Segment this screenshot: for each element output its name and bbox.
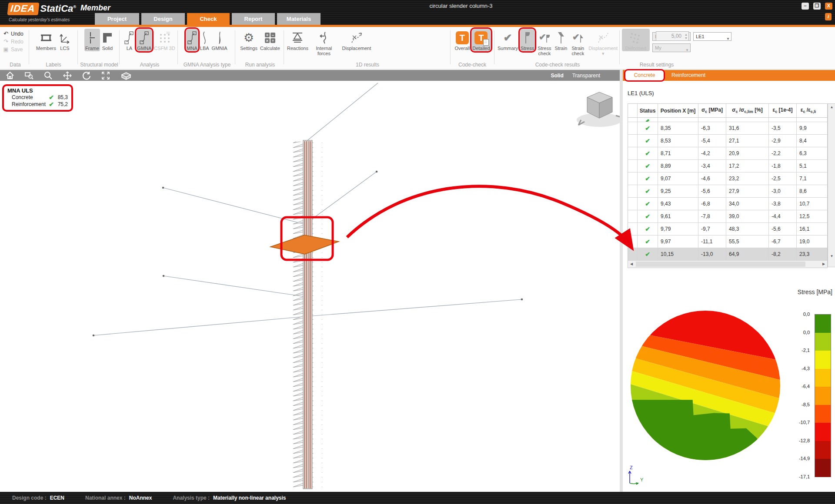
scroll-left-icon[interactable]: ◀	[628, 261, 635, 268]
results-table-body: ✔ 8,35 -6,3 31,6 -3,5 9,9 ✔ 8,53 -5,4 27…	[628, 122, 827, 261]
stress-check-button[interactable]: ✔ Stress check	[536, 29, 553, 56]
deformed-button[interactable]: Deformed	[622, 29, 650, 51]
close-button[interactable]: X	[825, 3, 832, 10]
tab-design[interactable]: Design	[141, 13, 185, 25]
frame-button[interactable]: Frame	[84, 29, 100, 51]
scroll-up-icon[interactable]: ▲	[828, 104, 835, 111]
status-check-icon: ✔	[645, 225, 650, 232]
tagline: Calculate yesterday's estimates	[9, 17, 70, 22]
displacement-disabled-icon	[597, 30, 610, 46]
table-row[interactable]: ✔ 8,89 -3,4 17,2 -1,8 5,1	[628, 160, 827, 172]
displacement-result-button[interactable]: Displacement ▾	[588, 29, 618, 56]
gmna-button[interactable]: GMNA	[136, 29, 152, 51]
table-row[interactable]: ✔ 8,53 -5,4 27,1 -2,9 8,4	[628, 135, 827, 147]
table-vscrollbar[interactable]: ▲ ▼	[828, 103, 835, 267]
tab-project[interactable]: Project	[95, 13, 139, 25]
z-axis-label: Z	[630, 465, 633, 470]
eps-ratio-value: 6,3	[797, 147, 820, 159]
tab-materials[interactable]: Materials	[277, 13, 321, 25]
table-row[interactable]: ✔ 9,43 -6,8 34,0 -3,8 10,7	[628, 198, 827, 210]
tab-check[interactable]: Check	[187, 13, 230, 25]
table-row-partial[interactable]	[628, 118, 827, 122]
gmna-icon	[139, 30, 150, 46]
load-case-subtitle: LE1 (ULS)	[628, 90, 654, 96]
table-row[interactable]: ✔ 9,07 -4,6 23,2 -2,5 7,1	[628, 172, 827, 185]
table-row[interactable]: ✔ 8,35 -6,3 31,6 -3,5 9,9	[628, 122, 827, 135]
tab-concrete-results[interactable]: Concrete	[625, 70, 664, 80]
overall-icon: T	[456, 30, 469, 46]
sigma-value: -13,0	[698, 248, 726, 260]
mna-button[interactable]: MNA	[186, 29, 198, 51]
view-mode-transparent[interactable]: Transparent	[572, 73, 600, 79]
zoom-fit-icon[interactable]	[101, 71, 110, 80]
sigma-ratio-value: 27,9	[726, 185, 769, 197]
lba-button[interactable]: LBA	[199, 29, 210, 51]
navigation-cube[interactable]	[577, 92, 620, 127]
tab-reinforcement-results[interactable]: Reinforcement	[671, 70, 705, 81]
y-axis-label: Y	[640, 477, 643, 482]
detailed-icon: T––––	[474, 30, 488, 46]
internal-forces-button[interactable]: Internal forces	[310, 29, 338, 56]
eps-value: -2,9	[769, 135, 797, 147]
gmnia-button[interactable]: GMNIA	[211, 29, 228, 51]
rotate-icon[interactable]	[82, 71, 91, 80]
reactions-button[interactable]: Reactions	[286, 29, 309, 51]
sigma-ratio-value: 39,0	[726, 210, 769, 222]
model-viewport[interactable]: MNA ULS Concrete ✔ 85,3 Reinforcement ✔ …	[0, 81, 620, 492]
lcs-button[interactable]: LCS	[58, 29, 72, 51]
column-member[interactable]	[293, 140, 322, 489]
table-row[interactable]: ✔ 8,71 -4,2 20,9 -2,2 6,3	[628, 147, 827, 160]
table-row[interactable]: ✔ 10,15 -13,0 64,9 -8,2 23,3	[628, 248, 827, 261]
strain-check-button[interactable]: ✔ Strain check	[569, 29, 587, 56]
group-data: ↶Undo ↷Redo ▣Save Data	[3, 29, 28, 69]
table-row[interactable]: ✔ 9,79 -9,7 48,3 -5,6 16,1	[628, 223, 827, 235]
summary-button[interactable]: ✔ Summary	[497, 29, 519, 51]
spin-down-icon[interactable]: ▼	[685, 36, 688, 40]
status-check-icon: ✔	[645, 188, 650, 195]
undo-button[interactable]: ↶Undo	[3, 30, 28, 37]
col-selector	[628, 104, 638, 117]
clipping-box-icon[interactable]	[120, 71, 132, 80]
zoom-icon[interactable]	[43, 71, 53, 80]
table-row[interactable]: ✔ 9,25 -5,6 27,9 -3,0 8,6	[628, 185, 827, 198]
spin-up-icon[interactable]: ▲	[685, 33, 688, 36]
calculate-button[interactable]: +−×÷ Calculate	[259, 29, 281, 51]
table-hscrollbar[interactable]: ◀ ▶	[628, 261, 827, 268]
position-value: 8,71	[658, 147, 698, 159]
la-button[interactable]: LA	[123, 29, 135, 51]
displacement-1d-button[interactable]: Displacement	[339, 29, 374, 51]
group-code-check-results: ✔ Summary Stress ✔ Stress check Strain ✔	[497, 29, 618, 69]
col-status: Status	[638, 104, 658, 117]
section-plane[interactable]	[271, 235, 339, 254]
analysis-type-label: Analysis type :	[173, 495, 210, 501]
csfm-3d-button[interactable]: 3D CSFM 3D	[153, 29, 176, 51]
strain-button[interactable]: Strain	[554, 29, 568, 51]
table-row[interactable]: ✔ 9,61 -7,8 39,0 -4,4 12,5	[628, 210, 827, 223]
settings-button[interactable]: ⚙ Settings	[239, 29, 258, 51]
view-mode-solid[interactable]: Solid	[551, 73, 563, 79]
stress-button[interactable]: Stress	[520, 29, 535, 51]
overall-button[interactable]: T Overall	[454, 29, 471, 51]
pan-icon[interactable]	[63, 71, 72, 80]
deformed-scale-input[interactable]: 5,00 ▲ ▼	[656, 31, 689, 41]
detailed-button[interactable]: T–––– Detailed	[471, 29, 491, 51]
maximize-button[interactable]: ❒	[813, 3, 821, 10]
info-button[interactable]: i	[825, 13, 832, 20]
table-row[interactable]: ✔ 9,97 -11,1 55,5 -6,7 19,0	[628, 235, 827, 248]
hscroll-thumb[interactable]	[636, 262, 805, 267]
scroll-down-icon[interactable]: ▼	[828, 253, 835, 260]
save-button[interactable]: ▣Save	[3, 46, 28, 53]
members-button[interactable]: Members	[35, 29, 57, 51]
solid-button[interactable]: Solid	[101, 29, 114, 51]
tab-report[interactable]: Report	[232, 13, 275, 25]
redo-button[interactable]: ↷Redo	[3, 38, 28, 45]
home-icon[interactable]	[5, 71, 15, 80]
overlay-reinforcement-row: Reinforcement ✔ 75,2	[7, 101, 68, 108]
load-effect-select[interactable]: LE1▼	[693, 32, 731, 41]
annex-value: NoAnnex	[129, 495, 152, 501]
solid-icon	[102, 30, 113, 46]
minimize-button[interactable]: –	[802, 3, 809, 10]
scroll-right-icon[interactable]: ▶	[820, 261, 827, 268]
la-icon	[124, 30, 134, 46]
zoom-window-icon[interactable]	[24, 71, 34, 80]
